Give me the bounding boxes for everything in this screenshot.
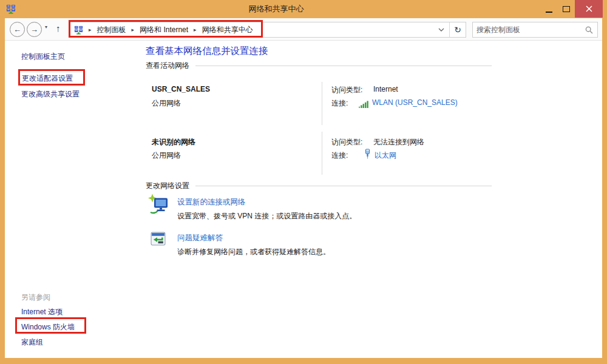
breadcrumb-item-network-sharing-center[interactable]: 网络和共享中心: [202, 25, 253, 35]
forward-button[interactable]: →: [27, 22, 42, 37]
access-type-label: 访问类型:: [331, 137, 362, 147]
back-button[interactable]: ←: [10, 22, 25, 37]
section-label: 查看活动网络: [146, 61, 189, 71]
content-area: [5, 41, 602, 358]
back-icon: ←: [13, 25, 21, 34]
recent-pages-dropdown[interactable]: ▾: [45, 24, 47, 30]
breadcrumb-separator-icon: ▸: [194, 27, 197, 33]
close-icon: [586, 4, 592, 15]
sidebar-item-windows-firewall[interactable]: Windows 防火墙: [21, 322, 75, 332]
page-title: 查看基本网络信息并设置连接: [146, 45, 268, 58]
network-sharing-center-window: 网络和共享中心 ← → ▾ ↑: [0, 0, 607, 364]
address-bar[interactable]: ▸ 控制面板 ▸ 网络和 Internet ▸ 网络和共享中心 ↻: [69, 22, 466, 38]
address-dropdown-button[interactable]: [433, 22, 449, 37]
ethernet-connection-link[interactable]: 以太网: [375, 150, 396, 161]
troubleshoot-icon: [151, 231, 166, 249]
network-profile: 公用网络: [152, 150, 181, 161]
sidebar-item-internet-options[interactable]: Internet 选项: [21, 307, 63, 317]
breadcrumb: ▸ 控制面板 ▸ 网络和 Internet ▸ 网络和共享中心: [70, 25, 433, 35]
breadcrumb-network-icon: [74, 25, 83, 35]
search-icon: [585, 26, 593, 34]
network-profile: 公用网络: [152, 98, 181, 109]
refresh-icon: ↻: [454, 25, 461, 35]
section-change-network-settings: 更改网络设置: [146, 181, 492, 191]
wlan-connection-link[interactable]: WLAN (USR_CN_SALES): [372, 98, 458, 107]
close-button[interactable]: [575, 0, 603, 18]
maximize-button[interactable]: [558, 0, 575, 18]
sidebar-item-homegroup[interactable]: 家庭组: [21, 337, 43, 348]
search-input[interactable]: [473, 25, 585, 34]
new-connection-icon: [148, 194, 169, 217]
section-label: 更改网络设置: [146, 181, 189, 191]
chevron-down-icon: ▾: [45, 24, 47, 30]
breadcrumb-separator-icon: ▸: [89, 27, 92, 33]
toolbar: ← → ▾ ↑: [5, 18, 602, 41]
see-also-header: 另请参阅: [21, 292, 50, 303]
ethernet-icon: [364, 149, 371, 161]
task-description: 诊断并修复网络问题，或者获得疑难解答信息。: [177, 247, 330, 257]
titlebar: 网络和共享中心: [0, 0, 607, 18]
access-type-label: 访问类型:: [331, 85, 362, 95]
up-button[interactable]: ↑: [56, 23, 61, 33]
chevron-down-icon: [438, 28, 444, 32]
breadcrumb-item-network-internet[interactable]: 网络和 Internet: [140, 25, 188, 35]
sidebar-item-change-advanced-sharing[interactable]: 更改高级共享设置: [21, 89, 80, 99]
task-description: 设置宽带、拨号或 VPN 连接；或设置路由器或接入点。: [177, 211, 356, 221]
sidebar-item-change-adapter-settings[interactable]: 更改适配器设置: [22, 73, 73, 84]
access-type-value: Internet: [373, 85, 398, 93]
divider: [322, 132, 322, 175]
connections-label: 连接:: [331, 98, 348, 109]
forward-icon: →: [30, 25, 38, 34]
refresh-button[interactable]: ↻: [450, 22, 466, 37]
window-title: 网络和共享中心: [0, 0, 552, 18]
up-arrow-icon: ↑: [56, 23, 61, 33]
search-box: [472, 22, 598, 38]
sidebar-item-control-panel-home[interactable]: 控制面板主页: [21, 52, 65, 62]
section-view-active-networks: 查看活动网络: [146, 61, 492, 71]
network-name: USR_CN_SALES: [152, 85, 210, 93]
wifi-signal-icon: [359, 99, 370, 110]
divider: [322, 82, 322, 125]
network-name: 未识别的网络: [152, 137, 195, 147]
divider: [195, 66, 492, 66]
breadcrumb-item-control-panel[interactable]: 控制面板: [97, 25, 126, 35]
access-type-value: 无法连接到网络: [373, 137, 424, 147]
connections-label: 连接:: [331, 150, 348, 161]
troubleshoot-problems-link[interactable]: 问题疑难解答: [177, 233, 223, 243]
breadcrumb-separator-icon: ▸: [132, 27, 135, 33]
divider: [195, 186, 492, 186]
setup-new-connection-link[interactable]: 设置新的连接或网络: [177, 197, 246, 207]
minimize-button[interactable]: [540, 0, 558, 18]
